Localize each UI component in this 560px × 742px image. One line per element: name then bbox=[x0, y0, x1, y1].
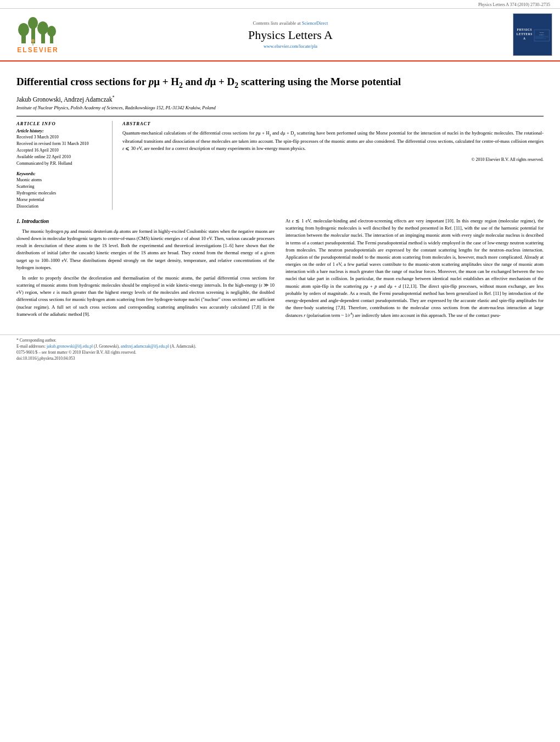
right-para-1: At ε ≲ 1 eV, molecular-binding and elect… bbox=[285, 217, 544, 319]
elsevier-brand-text: ELSEVIER bbox=[17, 46, 58, 54]
sciencedirect-link[interactable]: ScienceDirect bbox=[302, 20, 328, 26]
journal-bar: Physics Letters A 374 (2010) 2730–2735 bbox=[0, 0, 560, 9]
available-date: Available online 22 April 2010 bbox=[16, 154, 105, 160]
journal-name: Physics Letters A bbox=[68, 28, 513, 42]
cover-graphic-icon: Physics Letters A bbox=[534, 23, 550, 48]
contents-available-text: Contents lists available at ScienceDirec… bbox=[68, 20, 513, 26]
right-column: At ε ≲ 1 eV, molecular-binding and elect… bbox=[285, 217, 544, 322]
svg-text:Physics: Physics bbox=[539, 32, 544, 34]
abstract-header: ABSTRACT bbox=[122, 121, 544, 126]
abstract-text: Quantum-mechanical calculations of the d… bbox=[122, 130, 544, 153]
history-label: Article history: bbox=[16, 129, 105, 133]
svg-rect-15 bbox=[535, 37, 543, 38]
keywords-label: Keywords: bbox=[16, 171, 105, 176]
page-header: ELSEVIER Contents lists available at Sci… bbox=[0, 9, 560, 62]
received-date: Received 3 March 2010 bbox=[16, 134, 105, 141]
abstract-section: ABSTRACT Quantum-mechanical calculations… bbox=[122, 121, 544, 210]
journal-cover-image: PHYSICS LETTERS A Physics Letters A bbox=[513, 13, 552, 56]
svg-rect-14 bbox=[535, 37, 548, 37]
footer: * Corresponding author. E-mail addresses… bbox=[0, 334, 560, 365]
revised-date: Received in revised form 31 March 2010 bbox=[16, 141, 105, 147]
journal-title-block: Contents lists available at ScienceDirec… bbox=[68, 20, 513, 49]
article-content: Differential cross sections for pμ + H2 … bbox=[0, 62, 560, 330]
intro-para-2: In order to properly describe the decele… bbox=[16, 275, 275, 318]
left-column: 1. Introduction The muonic hydrogen pμ a… bbox=[16, 217, 275, 322]
svg-point-3 bbox=[28, 17, 38, 29]
footnote-star: * Corresponding author. bbox=[16, 338, 544, 343]
elsevier-logo: ELSEVIER bbox=[8, 16, 68, 54]
svg-point-8 bbox=[31, 39, 35, 42]
article-info-header: ARTICLE INFO bbox=[16, 121, 105, 126]
affiliation: Institute of Nuclear Physics, Polish Aca… bbox=[16, 105, 544, 110]
body-columns: 1. Introduction The muonic hydrogen pμ a… bbox=[16, 217, 544, 322]
svg-point-1 bbox=[18, 23, 29, 36]
keyword-scattering: Scattering bbox=[16, 183, 105, 190]
email-gronowski[interactable]: jakub.gronowski@ifj.edu.pl bbox=[47, 344, 93, 349]
article-info-panel: ARTICLE INFO Article history: Received 3… bbox=[16, 121, 113, 210]
article-title: Differential cross sections for pμ + H2 … bbox=[16, 75, 544, 91]
accepted-date: Accepted 16 April 2010 bbox=[16, 147, 105, 154]
svg-point-7 bbox=[47, 26, 56, 37]
email-adamczak[interactable]: andrzej.adamczak@ifj.edu.pl bbox=[121, 344, 169, 349]
elsevier-tree-icon bbox=[16, 16, 60, 46]
keyword-dissociation: Dissociation bbox=[16, 203, 105, 210]
journal-url: www.elsevier.com/locate/pla bbox=[68, 43, 513, 49]
journal-citation: Physics Letters A 374 (2010) 2730–2735 bbox=[478, 2, 550, 7]
copyright-text: © 2010 Elsevier B.V. All rights reserved… bbox=[122, 157, 544, 162]
email-footnote: E-mail addresses: jakub.gronowski@ifj.ed… bbox=[16, 344, 544, 349]
intro-para-1: The muonic hydrogen pμ and muonic deuter… bbox=[16, 228, 275, 271]
keyword-muonic-atoms: Muonic atoms bbox=[16, 177, 105, 183]
svg-point-5 bbox=[37, 21, 48, 35]
svg-text:Letters A: Letters A bbox=[539, 34, 544, 36]
keyword-morse: Morse potential bbox=[16, 197, 105, 203]
svg-rect-16 bbox=[535, 38, 546, 39]
keyword-hydrogenic: Hydrogenic molecules bbox=[16, 190, 105, 197]
doi-text: doi:10.1016/j.physleta.2010.04.053 bbox=[16, 356, 544, 361]
section-1-heading: 1. Introduction bbox=[16, 217, 275, 226]
communicated-by: Communicated by P.R. Holland bbox=[16, 160, 105, 167]
keywords-section: Keywords: Muonic atoms Scattering Hydrog… bbox=[16, 171, 105, 210]
authors: Jakub Gronowski, Andrzej Adamczak* bbox=[16, 95, 544, 103]
article-info-abstract-container: ARTICLE INFO Article history: Received 3… bbox=[16, 116, 544, 210]
issn-text: 0375-9601/$ – see front matter © 2010 El… bbox=[16, 350, 544, 355]
